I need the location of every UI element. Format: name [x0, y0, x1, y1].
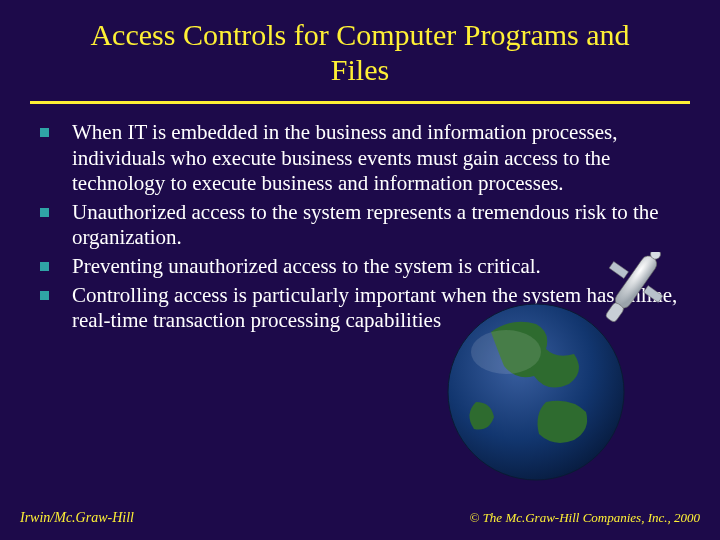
list-item: When IT is embedded in the business and … — [32, 120, 688, 197]
list-item: Controlling access is particularly impor… — [32, 283, 688, 334]
bullet-icon — [40, 262, 49, 271]
bullet-icon — [40, 128, 49, 137]
bullet-text: Unauthorized access to the system repres… — [72, 200, 659, 250]
slide: Access Controls for Computer Programs an… — [0, 0, 720, 540]
list-item: Preventing unauthorized access to the sy… — [32, 254, 688, 280]
footer-right: © The Mc.Graw-Hill Companies, Inc., 2000 — [470, 510, 701, 526]
bullet-text: Controlling access is particularly impor… — [72, 283, 677, 333]
title-divider — [30, 101, 690, 104]
content-area: When IT is embedded in the business and … — [30, 120, 690, 334]
bullet-icon — [40, 208, 49, 217]
footer-left: Irwin/Mc.Graw-Hill — [20, 510, 134, 526]
bullet-text: Preventing unauthorized access to the sy… — [72, 254, 541, 278]
bullet-list: When IT is embedded in the business and … — [32, 120, 688, 334]
footer: Irwin/Mc.Graw-Hill © The Mc.Graw-Hill Co… — [0, 510, 720, 526]
slide-title: Access Controls for Computer Programs an… — [30, 18, 690, 101]
list-item: Unauthorized access to the system repres… — [32, 200, 688, 251]
svg-point-1 — [471, 330, 541, 374]
bullet-text: When IT is embedded in the business and … — [72, 120, 618, 195]
bullet-icon — [40, 291, 49, 300]
